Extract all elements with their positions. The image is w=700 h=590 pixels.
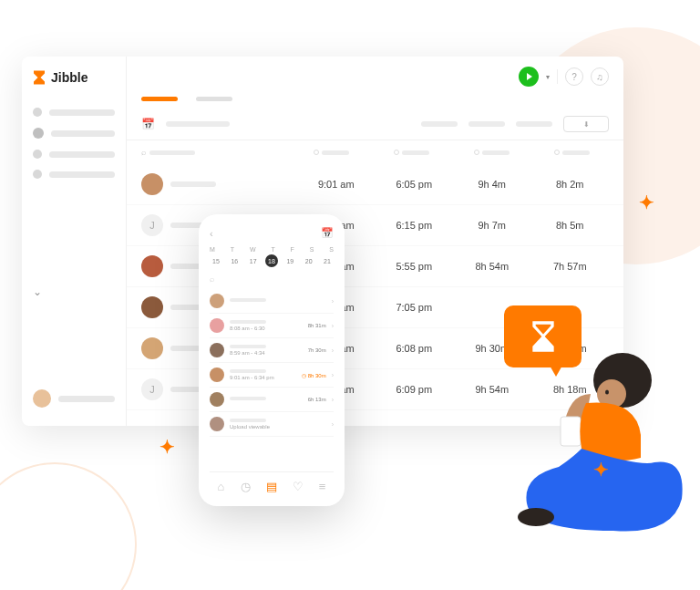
list-item[interactable]: › xyxy=(210,289,334,314)
play-icon xyxy=(527,73,532,80)
clock-out-cell: 6:09 pm xyxy=(376,384,454,395)
sidebar-item[interactable] xyxy=(31,144,117,164)
paid-cell: 8h 5m xyxy=(531,220,610,231)
toolbar: 📅 ⬇ xyxy=(127,109,623,140)
tab[interactable] xyxy=(196,97,232,101)
svg-point-4 xyxy=(518,508,554,526)
day-button[interactable]: 19 xyxy=(283,254,296,267)
export-button[interactable]: ⬇ xyxy=(563,116,609,132)
person-illustration xyxy=(504,339,686,540)
decorative-spark-icon: ✦ xyxy=(160,436,175,458)
search-icon: ⌕ xyxy=(141,148,146,157)
avatar xyxy=(210,417,224,431)
svg-point-2 xyxy=(605,390,609,395)
avatar xyxy=(210,318,224,333)
list-item[interactable]: 9:01 am - 6:34 pm◷ 8h 30m› xyxy=(210,363,334,388)
mobile-entries: ›8:08 am - 6:308h 31m›8:59 am - 4:347h 3… xyxy=(210,289,334,471)
avatar xyxy=(210,343,224,357)
search-icon: ⌕ xyxy=(210,274,214,284)
avatar xyxy=(33,389,51,408)
paid-cell: 7h 57m xyxy=(531,261,610,272)
mobile-search[interactable]: ⌕ xyxy=(210,274,334,284)
clock-out-cell: 6:15 pm xyxy=(376,220,454,231)
date-selector: 15161718192021 xyxy=(210,254,334,267)
notifications-button[interactable]: ♫ xyxy=(591,67,609,86)
back-icon[interactable]: ‹ xyxy=(210,228,213,239)
calendar-icon[interactable]: 📅 xyxy=(141,118,155,130)
day-button[interactable]: 20 xyxy=(303,254,315,267)
table-row[interactable]: 9:01 am6:05 pm9h 4m8h 2m xyxy=(127,164,623,205)
day-button[interactable]: 21 xyxy=(321,254,334,267)
mobile-app-window: ‹ 📅 MTWTFSS 15161718192021 ⌕ ›8:08 am - … xyxy=(199,214,345,506)
speech-bubble xyxy=(504,305,582,367)
help-button[interactable]: ? xyxy=(565,67,583,86)
avatar xyxy=(210,367,224,382)
tab-bar xyxy=(127,97,623,109)
clock-out-cell: 5:55 pm xyxy=(376,261,454,272)
chevron-down-icon: ⌄ xyxy=(33,285,42,298)
list-item[interactable]: 8:59 am - 4:347h 30m› xyxy=(210,338,334,363)
chevron-right-icon: › xyxy=(332,421,334,428)
calendar-icon[interactable]: 📅 xyxy=(321,227,334,239)
day-button[interactable]: 17 xyxy=(247,254,260,267)
avatar: J xyxy=(141,378,163,400)
avatar xyxy=(141,255,163,277)
avatar xyxy=(210,392,224,407)
sidebar-collapse[interactable]: ⌄ xyxy=(31,278,117,305)
jibble-hourglass-icon xyxy=(31,69,47,86)
dropdown-caret-icon[interactable]: ▾ xyxy=(546,73,550,81)
avatar xyxy=(141,337,163,359)
timesheet-icon[interactable]: ▤ xyxy=(266,480,277,493)
mobile-nav: ⌂ ◷ ▤ ♡ ≡ xyxy=(210,471,334,493)
current-user[interactable] xyxy=(31,384,117,413)
table-header: ⌕ xyxy=(127,140,623,164)
shield-icon[interactable]: ♡ xyxy=(293,480,304,493)
decorative-spark-icon: ✦ xyxy=(639,191,654,213)
search-input[interactable]: ⌕ xyxy=(141,148,287,157)
app-header: ▾ ? ♫ xyxy=(127,57,623,97)
total-cell: 9h 7m xyxy=(453,220,531,231)
avatar xyxy=(141,296,163,318)
brand-logo[interactable]: Jibble xyxy=(31,69,117,86)
clock-in-cell: 9:01 am xyxy=(297,179,376,190)
chevron-right-icon: › xyxy=(332,323,334,329)
day-button[interactable]: 15 xyxy=(210,254,222,267)
total-cell: 8h 54m xyxy=(453,261,531,272)
sidebar-item[interactable] xyxy=(31,102,117,122)
clock-in-button[interactable] xyxy=(519,67,539,87)
clock-out-cell: 6:05 pm xyxy=(376,179,454,190)
tab-active[interactable] xyxy=(141,97,178,101)
list-item[interactable]: 8:08 am - 6:308h 31m› xyxy=(210,314,334,338)
clock-out-cell: 6:08 pm xyxy=(376,343,454,354)
sidebar: Jibble ⌄ xyxy=(22,57,127,426)
avatar: J xyxy=(141,214,163,236)
chevron-right-icon: › xyxy=(332,347,334,354)
list-item[interactable]: Upload viewable› xyxy=(210,412,334,437)
day-button[interactable]: 18 xyxy=(265,254,278,267)
clock-out-cell: 7:05 pm xyxy=(376,302,454,313)
day-button[interactable]: 16 xyxy=(228,254,241,267)
list-item[interactable]: 6h 13m› xyxy=(210,388,334,412)
chevron-right-icon: › xyxy=(332,298,334,305)
jibble-hourglass-icon xyxy=(525,318,561,355)
sidebar-item[interactable] xyxy=(31,122,117,144)
chevron-right-icon: › xyxy=(332,397,334,403)
avatar xyxy=(210,294,224,308)
total-cell: 9h 4m xyxy=(453,179,531,190)
menu-icon[interactable]: ≡ xyxy=(319,480,326,493)
avatar xyxy=(141,173,163,195)
decorative-spark-icon: ✦ xyxy=(593,459,609,481)
timer-icon[interactable]: ◷ xyxy=(241,480,251,493)
chevron-right-icon: › xyxy=(332,372,334,378)
paid-cell: 8h 2m xyxy=(531,179,610,190)
weekday-header: MTWTFSS xyxy=(210,246,334,253)
home-icon[interactable]: ⌂ xyxy=(218,480,225,493)
brand-name: Jibble xyxy=(51,70,88,85)
svg-rect-3 xyxy=(561,417,581,446)
sidebar-item[interactable] xyxy=(31,164,117,184)
